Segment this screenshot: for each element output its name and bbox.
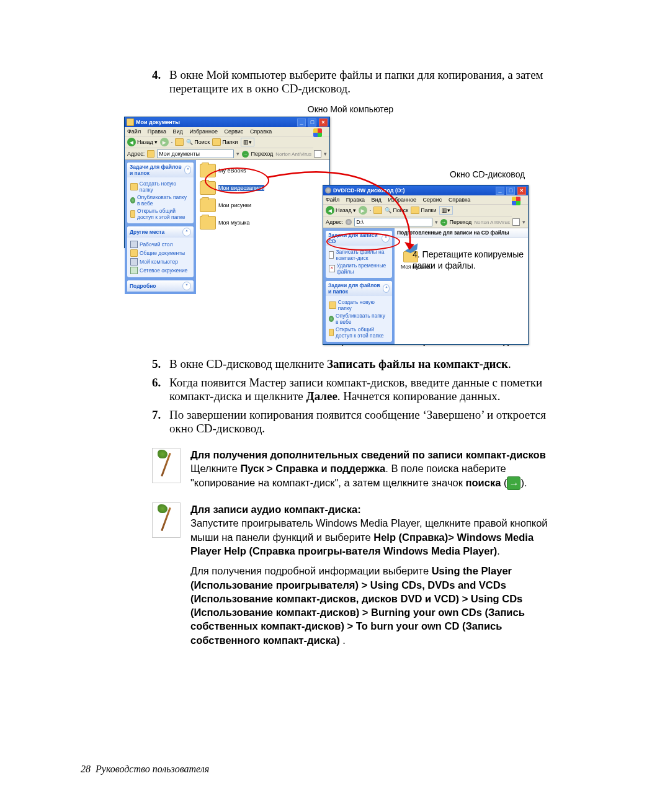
task-publish[interactable]: Опубликовать папку в вебе xyxy=(130,194,190,207)
search-button[interactable]: 🔍Поиск xyxy=(186,139,210,145)
minimize-button[interactable]: _ xyxy=(297,118,306,127)
menu-view[interactable]: Вид xyxy=(372,197,382,203)
folder-icon xyxy=(147,150,154,158)
menu-fav[interactable]: Избранное xyxy=(388,197,416,203)
folder-icon xyxy=(200,199,216,212)
folder-ebooks[interactable]: My eBooks xyxy=(200,164,274,177)
folder-icon xyxy=(200,164,216,177)
views-button[interactable]: ▥▾ xyxy=(439,206,453,215)
folder-music[interactable]: Моя музыка xyxy=(200,216,274,230)
address-input[interactable] xyxy=(354,218,432,226)
folder-icon xyxy=(130,249,138,257)
titlebar: DVD/CD-RW дисковод (D:) _ □ × xyxy=(323,185,528,195)
pane-header-file-tasks[interactable]: Задачи для файлов и папок˄ xyxy=(127,163,194,177)
step-text: В окне CD-дисковод щелкните Записать фай… xyxy=(169,357,549,371)
address-label: Адрес: xyxy=(127,151,145,157)
folder-pictures[interactable]: Мои рисунки xyxy=(200,199,274,212)
up-icon xyxy=(175,138,184,146)
folder-icon xyxy=(200,181,216,195)
note-title: Для записи аудио компакт-диска: xyxy=(190,502,549,516)
globe-icon xyxy=(130,197,135,203)
menu-help[interactable]: Справка xyxy=(250,128,272,135)
minimize-button[interactable]: _ xyxy=(496,187,504,195)
back-button[interactable]: ◄Назад ▾ xyxy=(326,206,356,215)
pane-header-file-tasks[interactable]: Задачи для файлов и папок˄ xyxy=(326,281,392,296)
maximize-button[interactable]: □ xyxy=(308,118,316,127)
folders-button[interactable]: Папки xyxy=(212,138,238,146)
menu-file[interactable]: Файл xyxy=(326,197,339,203)
task-publish[interactable]: Опубликовать папку в вебе xyxy=(329,313,389,325)
menubar: Файл Правка Вид Избранное Сервис Справка xyxy=(125,127,329,136)
folder-icon xyxy=(127,118,134,126)
views-button[interactable]: ▥▾ xyxy=(241,138,254,146)
folders-button[interactable]: Папки xyxy=(411,207,436,214)
address-input[interactable] xyxy=(157,149,233,158)
place-desktop[interactable]: Рабочий стол xyxy=(130,241,190,248)
task-burn-cd[interactable]: Записать файлы на компакт-диск xyxy=(329,249,389,261)
go-label[interactable]: Переход xyxy=(450,219,472,225)
menu-edit[interactable]: Правка xyxy=(148,128,166,135)
close-button[interactable]: × xyxy=(517,187,526,195)
step-6: 6. Когда появится Мастер записи компакт-… xyxy=(152,376,549,403)
network-icon xyxy=(130,267,138,274)
toolbar: ◄Назад ▾ ► · 🔍Поиск Папки ▥▾ xyxy=(323,205,512,216)
step-7: 7. По завершении копирования появится со… xyxy=(152,408,549,435)
go-label[interactable]: Переход xyxy=(251,151,274,157)
menu-fav[interactable]: Избранное xyxy=(189,128,218,135)
back-icon: ◄ xyxy=(326,206,334,215)
search-button[interactable]: 🔍Поиск xyxy=(385,207,408,213)
menubar: Файл Правка Вид Избранное Сервис Справка xyxy=(323,195,528,205)
group-header: Подготовленные для записи на CD файлы xyxy=(395,228,528,238)
screenshot-block: Мои документы _ □ × Файл Правка Вид Избр… xyxy=(124,117,558,334)
menu-tools[interactable]: Сервис xyxy=(225,128,244,135)
norton-label: Norton AntiVirus xyxy=(474,220,510,225)
back-button[interactable]: ◄Назад ▾ xyxy=(127,138,158,146)
step-num: 5. xyxy=(152,357,169,371)
note-icon xyxy=(152,448,181,483)
note-audio-cd: Для записи аудио компакт-диска: Запустит… xyxy=(152,502,549,647)
step-num: 7. xyxy=(152,408,169,435)
file-area[interactable]: My eBooks Мои видеозаписи Мои рисунки Мо… xyxy=(196,160,329,294)
chevron-up-icon: ˄ xyxy=(184,166,191,174)
menu-file[interactable]: Файл xyxy=(127,128,141,135)
step-5: 5. В окне CD-дисковод щелкните Записать … xyxy=(152,357,549,371)
file-area[interactable]: Подготовленные для записи на CD файлы Мо… xyxy=(395,228,528,344)
close-button[interactable]: × xyxy=(319,118,328,127)
pane-header-details[interactable]: Подробно˅ xyxy=(127,280,194,292)
folder-videos[interactable]: Мои видеозаписи xyxy=(200,181,274,195)
task-share[interactable]: Открыть общий доступ к этой папке xyxy=(130,208,190,220)
note-more-info: Для получения дополнительных сведений по… xyxy=(152,448,549,490)
caption-my-computer: Окно Мой компьютер xyxy=(152,104,549,114)
address-label: Адрес: xyxy=(326,219,343,225)
menu-help[interactable]: Справка xyxy=(449,197,470,203)
place-my-computer[interactable]: Мой компьютер xyxy=(130,258,190,265)
step-num: 6. xyxy=(152,376,169,403)
task-delete-temp[interactable]: ×Удалить временные файлы xyxy=(329,262,389,275)
forward-button[interactable]: ► xyxy=(160,138,169,146)
task-new-folder[interactable]: Создать новую папку xyxy=(130,181,190,193)
task-new-folder[interactable]: Создать новую папку xyxy=(329,299,389,311)
maximize-button[interactable]: □ xyxy=(506,187,515,195)
menu-edit[interactable]: Правка xyxy=(346,197,365,203)
norton-label: Norton AntiVirus xyxy=(275,151,311,157)
computer-icon xyxy=(130,258,138,265)
pane-header-other-places[interactable]: Другие места˄ xyxy=(127,226,194,238)
chevron-up-icon: ˄ xyxy=(383,284,390,293)
up-button[interactable] xyxy=(175,138,184,146)
up-button[interactable] xyxy=(373,207,382,214)
step-text: Когда появится Мастер записи компакт-дис… xyxy=(169,376,549,403)
folder-icon xyxy=(200,216,216,230)
place-shared-docs[interactable]: Общие документы xyxy=(130,249,190,257)
norton-icon xyxy=(314,150,321,158)
menu-view[interactable]: Вид xyxy=(173,128,183,135)
place-network[interactable]: Сетевое окружение xyxy=(130,267,190,274)
delete-icon: × xyxy=(329,265,335,272)
pane-header-cd-tasks[interactable]: Задачи для записи CD˄ xyxy=(326,231,392,246)
forward-button[interactable]: ► xyxy=(359,206,367,215)
menu-tools[interactable]: Сервис xyxy=(423,197,442,203)
task-share[interactable]: Открыть общий доступ к этой папке xyxy=(329,326,389,339)
titlebar: Мои документы _ □ × xyxy=(125,117,329,127)
annotation-step4: 4. Перетащите копируемыепапки и файлы. xyxy=(413,249,524,271)
window-my-documents: Мои документы _ □ × Файл Правка Вид Избр… xyxy=(124,117,330,248)
window-title: Мои документы xyxy=(136,119,180,125)
